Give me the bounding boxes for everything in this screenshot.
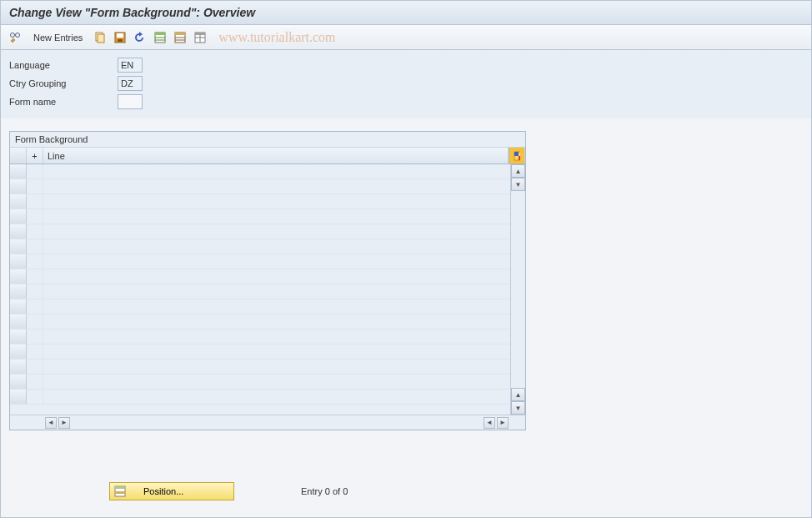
row-line-cell[interactable]: [43, 344, 510, 359]
table-row[interactable]: [10, 390, 510, 405]
position-label: Position...: [143, 486, 183, 496]
vertical-scrollbar[interactable]: ▲ ▼ ▲ ▼: [510, 164, 525, 415]
scroll-left-button[interactable]: ◄: [45, 417, 57, 429]
table-title: Form Background: [10, 132, 525, 148]
row-line-cell[interactable]: [43, 360, 510, 374]
scroll-up-step-button[interactable]: ▲: [511, 388, 525, 401]
row-plus-cell[interactable]: [27, 390, 43, 404]
row-plus-cell[interactable]: [27, 224, 43, 239]
row-plus-cell[interactable]: [27, 344, 43, 359]
ctry-grouping-row: Ctry Grouping: [9, 75, 803, 92]
row-plus-cell[interactable]: [27, 194, 43, 209]
row-plus-cell[interactable]: [27, 284, 43, 299]
row-line-cell[interactable]: [43, 390, 510, 404]
table-row[interactable]: [10, 299, 510, 314]
row-line-cell[interactable]: [43, 375, 510, 389]
form-name-input[interactable]: [118, 94, 143, 109]
row-plus-cell[interactable]: [27, 254, 43, 269]
row-line-cell[interactable]: [43, 224, 510, 239]
row-selector[interactable]: [10, 390, 27, 404]
row-line-cell[interactable]: [43, 314, 510, 329]
scroll-down-button[interactable]: ▼: [511, 401, 525, 415]
table-row[interactable]: [10, 194, 510, 209]
row-line-cell[interactable]: [43, 269, 510, 284]
table-row[interactable]: [10, 269, 510, 284]
row-line-cell[interactable]: [43, 209, 510, 224]
save-button[interactable]: [112, 29, 128, 46]
toggle-view-button[interactable]: [8, 29, 24, 46]
row-plus-cell[interactable]: [27, 375, 43, 389]
row-plus-cell[interactable]: [27, 299, 43, 314]
undo-button[interactable]: [132, 29, 148, 46]
position-button[interactable]: Position...: [109, 482, 234, 500]
table-row[interactable]: [10, 164, 510, 179]
save-icon: [113, 31, 127, 44]
row-plus-cell[interactable]: [27, 179, 43, 194]
row-line-cell[interactable]: [43, 284, 510, 299]
language-input[interactable]: [118, 58, 143, 73]
row-selector[interactable]: [10, 299, 27, 314]
scroll-left-step-button[interactable]: ◄: [484, 417, 495, 429]
table-body: ▲ ▼ ▲ ▼: [10, 164, 525, 415]
row-selector[interactable]: [10, 269, 27, 284]
table-row[interactable]: [10, 314, 510, 329]
delimit-button[interactable]: [192, 29, 208, 46]
scroll-down-step-button[interactable]: ▼: [511, 178, 525, 191]
scroll-right-button[interactable]: ►: [497, 417, 509, 429]
select-all-button[interactable]: [152, 29, 168, 46]
table-row[interactable]: [10, 239, 510, 254]
row-selector[interactable]: [10, 284, 27, 299]
scroll-up-button[interactable]: ▲: [511, 164, 525, 178]
table-row[interactable]: [10, 284, 510, 299]
footer: Position... Entry 0 of 0: [1, 482, 811, 500]
table-config-button[interactable]: [509, 148, 525, 163]
row-selector[interactable]: [10, 360, 27, 374]
horizontal-scrollbar[interactable]: ◄ ► ◄ ►: [10, 415, 525, 430]
table-row[interactable]: [10, 179, 510, 194]
column-header-line[interactable]: Line: [43, 148, 509, 163]
table-row[interactable]: [10, 344, 510, 360]
deselect-all-button[interactable]: [172, 29, 188, 46]
column-header-plus[interactable]: +: [27, 148, 43, 163]
row-line-cell[interactable]: [43, 299, 510, 314]
row-selector[interactable]: [10, 314, 27, 329]
row-line-cell[interactable]: [43, 239, 510, 254]
row-plus-cell[interactable]: [27, 239, 43, 254]
watermark-text: www.tutorialkart.com: [218, 30, 335, 45]
row-plus-cell[interactable]: [27, 269, 43, 284]
row-plus-cell[interactable]: [27, 314, 43, 329]
table-row[interactable]: [10, 375, 510, 390]
row-line-cell[interactable]: [43, 254, 510, 269]
table-row[interactable]: [10, 224, 510, 239]
table-row[interactable]: [10, 360, 510, 375]
row-selector[interactable]: [10, 375, 27, 389]
row-selector[interactable]: [10, 224, 27, 239]
row-line-cell[interactable]: [43, 194, 510, 209]
row-plus-cell[interactable]: [27, 329, 43, 344]
table-row[interactable]: [10, 329, 510, 344]
table-row[interactable]: [10, 209, 510, 224]
row-line-cell[interactable]: [43, 179, 510, 194]
row-selector[interactable]: [10, 344, 27, 359]
row-selector[interactable]: [10, 164, 27, 179]
row-line-cell[interactable]: [43, 164, 510, 179]
form-area: Language Ctry Grouping Form name: [1, 50, 811, 118]
row-selector[interactable]: [10, 239, 27, 254]
copy-button[interactable]: [92, 29, 108, 46]
row-selector[interactable]: [10, 194, 27, 209]
language-row: Language: [9, 57, 803, 73]
column-header-selector[interactable]: [10, 148, 27, 163]
row-selector[interactable]: [10, 179, 27, 194]
row-plus-cell[interactable]: [27, 360, 43, 374]
row-line-cell[interactable]: [43, 329, 510, 344]
new-entries-button[interactable]: New Entries: [28, 30, 88, 45]
row-selector[interactable]: [10, 329, 27, 344]
row-plus-cell[interactable]: [27, 164, 43, 179]
row-plus-cell[interactable]: [27, 209, 43, 224]
table-row[interactable]: [10, 254, 510, 269]
ctry-grouping-input[interactable]: [118, 76, 143, 91]
row-selector[interactable]: [10, 209, 27, 224]
row-selector[interactable]: [10, 254, 27, 269]
scroll-right-step-button[interactable]: ►: [58, 417, 70, 429]
svg-point-0: [16, 33, 20, 37]
